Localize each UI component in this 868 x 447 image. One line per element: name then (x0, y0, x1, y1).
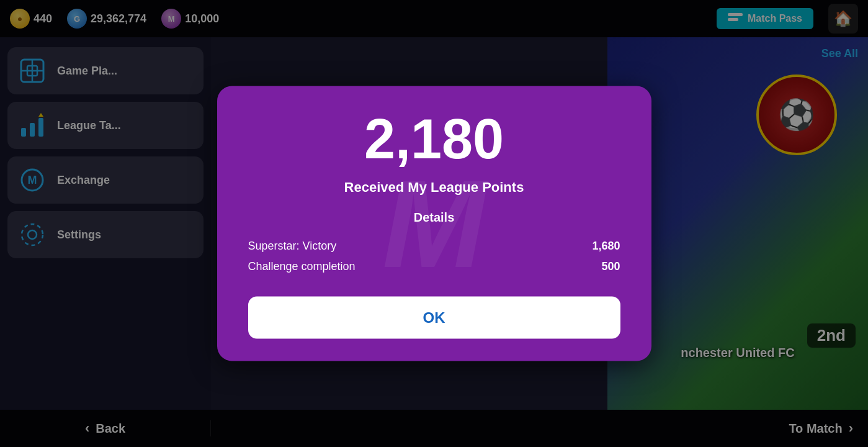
modal-details-table: Superstar: Victory 1,680 Challenge compl… (248, 236, 620, 277)
ok-button[interactable]: OK (248, 297, 620, 339)
table-row: Superstar: Victory 1,680 (248, 236, 620, 256)
row-value-1: 500 (601, 260, 620, 273)
row-label-0: Superstar: Victory (248, 240, 337, 253)
modal-points: 2,180 (248, 111, 620, 167)
row-label-1: Challenge completion (248, 260, 356, 273)
modal-details-header: Details (248, 210, 620, 225)
row-value-0: 1,680 (592, 240, 620, 253)
modal-title: Received My League Points (248, 179, 620, 196)
table-row: Challenge completion 500 (248, 256, 620, 277)
modal-dialog: M 2,180 Received My League Points Detail… (217, 86, 651, 361)
